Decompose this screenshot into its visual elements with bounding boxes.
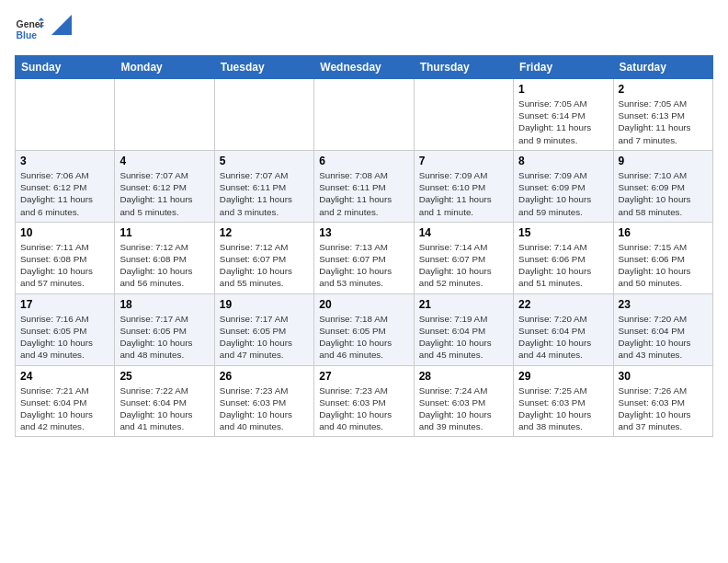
day-info: Sunrise: 7:23 AM Sunset: 6:03 PM Dayligh… (220, 385, 309, 433)
svg-marker-4 (51, 15, 72, 35)
calendar-cell: 29Sunrise: 7:25 AM Sunset: 6:03 PM Dayli… (514, 365, 613, 437)
day-info: Sunrise: 7:07 AM Sunset: 6:11 PM Dayligh… (220, 169, 309, 218)
calendar-cell (314, 79, 414, 151)
day-info: Sunrise: 7:17 AM Sunset: 6:05 PM Dayligh… (119, 313, 209, 362)
day-info: Sunrise: 7:11 AM Sunset: 6:08 PM Dayligh… (20, 241, 109, 290)
day-number: 18 (119, 298, 209, 311)
calendar-cell: 14Sunrise: 7:14 AM Sunset: 6:07 PM Dayli… (414, 222, 513, 293)
day-info: Sunrise: 7:13 AM Sunset: 6:07 PM Dayligh… (319, 241, 408, 290)
weekday-header: Wednesday (314, 56, 414, 79)
weekday-header: Tuesday (214, 56, 313, 79)
day-number: 16 (619, 226, 708, 239)
calendar-cell: 23Sunrise: 7:20 AM Sunset: 6:04 PM Dayli… (613, 293, 712, 365)
day-number: 10 (20, 226, 109, 239)
calendar-cell (16, 79, 115, 151)
day-number: 24 (20, 370, 109, 383)
calendar-cell: 10Sunrise: 7:11 AM Sunset: 6:08 PM Dayli… (16, 222, 115, 293)
day-info: Sunrise: 7:19 AM Sunset: 6:04 PM Dayligh… (419, 313, 508, 362)
svg-text:Blue: Blue (17, 30, 38, 40)
day-number: 23 (619, 298, 708, 311)
calendar-cell: 26Sunrise: 7:23 AM Sunset: 6:03 PM Dayli… (214, 365, 313, 437)
day-number: 13 (319, 226, 408, 239)
day-number: 21 (419, 298, 508, 311)
day-info: Sunrise: 7:08 AM Sunset: 6:11 PM Dayligh… (319, 169, 408, 218)
day-info: Sunrise: 7:15 AM Sunset: 6:06 PM Dayligh… (619, 241, 708, 290)
calendar-cell: 28Sunrise: 7:24 AM Sunset: 6:03 PM Dayli… (414, 365, 513, 437)
weekday-header: Thursday (414, 56, 513, 79)
day-number: 27 (319, 370, 408, 383)
calendar-week-row: 17Sunrise: 7:16 AM Sunset: 6:05 PM Dayli… (16, 293, 713, 365)
day-info: Sunrise: 7:23 AM Sunset: 6:03 PM Dayligh… (319, 385, 408, 433)
calendar-week-row: 24Sunrise: 7:21 AM Sunset: 6:04 PM Dayli… (16, 365, 713, 437)
calendar-cell: 15Sunrise: 7:14 AM Sunset: 6:06 PM Dayli… (514, 222, 613, 293)
day-number: 9 (619, 155, 708, 167)
day-info: Sunrise: 7:20 AM Sunset: 6:04 PM Dayligh… (619, 313, 708, 362)
day-info: Sunrise: 7:24 AM Sunset: 6:03 PM Dayligh… (419, 385, 508, 433)
logo-icon: General Blue (15, 15, 44, 44)
calendar-cell: 19Sunrise: 7:17 AM Sunset: 6:05 PM Dayli… (214, 293, 313, 365)
calendar-cell: 11Sunrise: 7:12 AM Sunset: 6:08 PM Dayli… (115, 222, 214, 293)
day-number: 19 (220, 298, 309, 311)
calendar-cell: 7Sunrise: 7:09 AM Sunset: 6:10 PM Daylig… (414, 150, 513, 222)
calendar-cell: 25Sunrise: 7:22 AM Sunset: 6:04 PM Dayli… (115, 365, 214, 437)
calendar-cell: 17Sunrise: 7:16 AM Sunset: 6:05 PM Dayli… (16, 293, 115, 365)
calendar-cell: 3Sunrise: 7:06 AM Sunset: 6:12 PM Daylig… (16, 150, 115, 222)
calendar-cell: 2Sunrise: 7:05 AM Sunset: 6:13 PM Daylig… (613, 79, 712, 151)
day-info: Sunrise: 7:18 AM Sunset: 6:05 PM Dayligh… (319, 313, 408, 362)
day-info: Sunrise: 7:06 AM Sunset: 6:12 PM Dayligh… (20, 169, 109, 218)
day-number: 12 (220, 226, 309, 239)
calendar-cell (414, 79, 513, 151)
day-number: 14 (419, 226, 508, 239)
calendar-cell: 12Sunrise: 7:12 AM Sunset: 6:07 PM Dayli… (214, 222, 313, 293)
day-number: 4 (119, 155, 209, 167)
day-info: Sunrise: 7:07 AM Sunset: 6:12 PM Dayligh… (119, 169, 209, 218)
day-number: 8 (518, 155, 608, 167)
day-info: Sunrise: 7:25 AM Sunset: 6:03 PM Dayligh… (518, 385, 608, 433)
day-number: 29 (518, 370, 608, 383)
day-number: 5 (220, 155, 309, 167)
weekday-header: Friday (514, 56, 613, 79)
day-number: 7 (419, 155, 508, 167)
day-info: Sunrise: 7:12 AM Sunset: 6:08 PM Dayligh… (119, 241, 209, 290)
day-number: 2 (619, 83, 708, 96)
weekday-header: Saturday (613, 56, 712, 79)
day-number: 1 (518, 83, 608, 96)
calendar-cell: 6Sunrise: 7:08 AM Sunset: 6:11 PM Daylig… (314, 150, 414, 222)
day-number: 3 (20, 155, 109, 167)
day-info: Sunrise: 7:14 AM Sunset: 6:07 PM Dayligh… (419, 241, 508, 290)
day-info: Sunrise: 7:09 AM Sunset: 6:10 PM Dayligh… (419, 169, 508, 218)
day-number: 28 (419, 370, 508, 383)
calendar-cell: 1Sunrise: 7:05 AM Sunset: 6:14 PM Daylig… (514, 79, 613, 151)
calendar-cell: 30Sunrise: 7:26 AM Sunset: 6:03 PM Dayli… (613, 365, 712, 437)
weekday-header: Sunday (16, 56, 115, 79)
calendar-cell: 20Sunrise: 7:18 AM Sunset: 6:05 PM Dayli… (314, 293, 414, 365)
day-info: Sunrise: 7:05 AM Sunset: 6:13 PM Dayligh… (619, 98, 708, 146)
svg-text:General: General (17, 19, 44, 29)
calendar-cell: 21Sunrise: 7:19 AM Sunset: 6:04 PM Dayli… (414, 293, 513, 365)
calendar-cell: 18Sunrise: 7:17 AM Sunset: 6:05 PM Dayli… (115, 293, 214, 365)
day-number: 22 (518, 298, 608, 311)
weekday-header: Monday (115, 56, 214, 79)
calendar-cell: 16Sunrise: 7:15 AM Sunset: 6:06 PM Dayli… (613, 222, 712, 293)
calendar-cell (115, 79, 214, 151)
day-info: Sunrise: 7:10 AM Sunset: 6:09 PM Dayligh… (619, 169, 708, 218)
calendar-table: SundayMondayTuesdayWednesdayThursdayFrid… (15, 55, 713, 437)
calendar-cell: 27Sunrise: 7:23 AM Sunset: 6:03 PM Dayli… (314, 365, 414, 437)
day-number: 17 (20, 298, 109, 311)
day-info: Sunrise: 7:22 AM Sunset: 6:04 PM Dayligh… (119, 385, 209, 433)
calendar-week-row: 1Sunrise: 7:05 AM Sunset: 6:14 PM Daylig… (16, 79, 713, 151)
calendar-week-row: 3Sunrise: 7:06 AM Sunset: 6:12 PM Daylig… (16, 150, 713, 222)
day-info: Sunrise: 7:12 AM Sunset: 6:07 PM Dayligh… (220, 241, 309, 290)
day-number: 26 (220, 370, 309, 383)
calendar-cell: 8Sunrise: 7:09 AM Sunset: 6:09 PM Daylig… (514, 150, 613, 222)
calendar-cell: 24Sunrise: 7:21 AM Sunset: 6:04 PM Dayli… (16, 365, 115, 437)
day-info: Sunrise: 7:05 AM Sunset: 6:14 PM Dayligh… (518, 98, 608, 146)
day-info: Sunrise: 7:17 AM Sunset: 6:05 PM Dayligh… (220, 313, 309, 362)
day-number: 25 (119, 370, 209, 383)
day-info: Sunrise: 7:21 AM Sunset: 6:04 PM Dayligh… (20, 385, 109, 433)
calendar-cell: 13Sunrise: 7:13 AM Sunset: 6:07 PM Dayli… (314, 222, 414, 293)
day-number: 11 (119, 226, 209, 239)
calendar-cell: 9Sunrise: 7:10 AM Sunset: 6:09 PM Daylig… (613, 150, 712, 222)
logo: General Blue (15, 15, 72, 44)
day-number: 6 (319, 155, 408, 167)
